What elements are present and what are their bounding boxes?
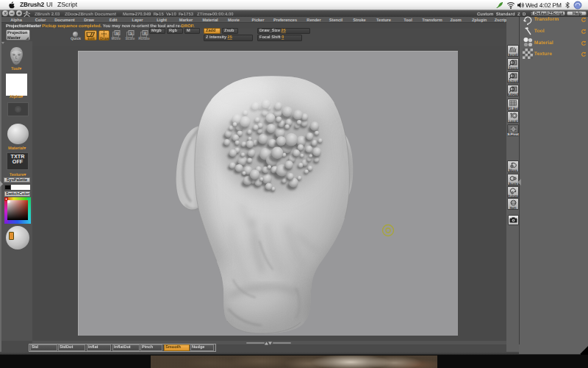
svg-text:Zoom: Zoom — [509, 66, 518, 70]
svg-text:R: R — [144, 32, 147, 36]
svg-text:Sph: Sph — [510, 206, 517, 210]
svg-text:AAHalf: AAHalf — [507, 93, 519, 96]
svg-text:Scroll: Scroll — [509, 53, 518, 57]
svg-text:Move: Move — [509, 169, 517, 172]
svg-text:Actual: Actual — [508, 79, 518, 83]
svg-text:Scale: Scale — [509, 182, 517, 185]
svg-text:PT Sel: PT Sel — [508, 107, 518, 110]
svg-text:M: M — [115, 32, 118, 36]
svg-text:S.Pivot: S.Pivot — [507, 132, 519, 136]
svg-text:Local: Local — [509, 119, 517, 123]
